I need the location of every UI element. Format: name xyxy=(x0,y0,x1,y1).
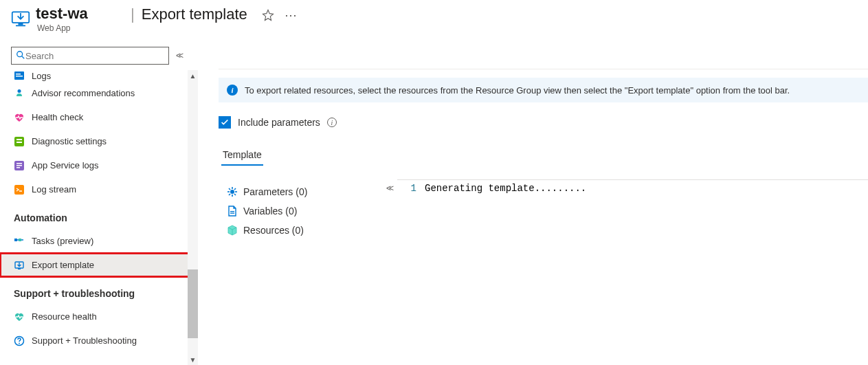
header-titles: test-wa Web App xyxy=(36,4,125,33)
info-banner: i To export related resources, select th… xyxy=(219,78,868,102)
include-parameters-row: Include parameters i xyxy=(219,112,868,133)
svg-line-30 xyxy=(229,194,230,195)
info-banner-text: To export related resources, select the … xyxy=(245,85,790,96)
variables-icon xyxy=(227,206,238,217)
sidebar-item-label: Resource health xyxy=(32,311,97,322)
tree-label: Variables (0) xyxy=(243,206,297,217)
svg-rect-2 xyxy=(16,25,25,27)
sidebar-item-diagnostic-settings[interactable]: Diagnostic settings xyxy=(0,129,198,153)
svg-rect-7 xyxy=(16,76,23,77)
svg-line-28 xyxy=(229,188,230,190)
svg-point-3 xyxy=(17,51,23,56)
svg-line-4 xyxy=(22,56,25,58)
more-ellipsis-icon[interactable]: ⋯ xyxy=(285,8,298,22)
sidebar-item-advisor[interactable]: Advisor recommendations xyxy=(0,81,198,105)
sidebar-nav: Logs Advisor recommendations Health chec… xyxy=(0,70,198,365)
sidebar-item-label: Advisor recommendations xyxy=(32,88,135,98)
parameters-icon xyxy=(227,186,238,197)
scroll-up-icon[interactable]: ▲ xyxy=(188,70,198,81)
svg-rect-32 xyxy=(230,211,234,212)
search-icon xyxy=(16,50,25,62)
code-editor[interactable]: 1 Generating template......... xyxy=(397,179,868,197)
sidebar: << Logs Advisor recommendations Health c… xyxy=(0,44,198,365)
svg-rect-14 xyxy=(16,165,22,166)
header-actions: ⋯ xyxy=(261,8,298,22)
code-line: Generating template......... xyxy=(425,180,586,197)
svg-rect-17 xyxy=(14,239,17,241)
svg-rect-33 xyxy=(230,213,234,214)
svg-rect-15 xyxy=(16,167,20,168)
code-gutter: 1 xyxy=(397,180,425,197)
template-tree: Parameters (0) Variables (0) Resources (… xyxy=(221,179,386,240)
svg-line-29 xyxy=(234,194,236,195)
info-icon: i xyxy=(227,85,238,96)
sidebar-scrollbar[interactable]: ▲ ▼ xyxy=(188,70,198,365)
resource-header: test-wa Web App | Export template ⋯ xyxy=(0,0,868,41)
tabs: Template xyxy=(221,145,868,166)
svg-rect-18 xyxy=(19,239,21,241)
scroll-thumb[interactable] xyxy=(188,269,198,338)
include-parameters-info-icon[interactable]: i xyxy=(327,118,337,127)
log-stream-icon xyxy=(14,184,25,195)
tree-label: Resources (0) xyxy=(243,225,304,236)
sidebar-search[interactable] xyxy=(11,47,169,65)
health-icon xyxy=(14,112,25,123)
svg-rect-1 xyxy=(19,23,23,25)
sidebar-section-automation: Automation xyxy=(0,201,198,229)
webapp-icon xyxy=(11,8,30,27)
include-parameters-label: Include parameters xyxy=(238,117,320,128)
resource-type: Web App xyxy=(36,23,125,33)
sidebar-item-logs[interactable]: Logs xyxy=(0,70,198,81)
tree-variables[interactable]: Variables (0) xyxy=(221,201,386,221)
svg-rect-11 xyxy=(16,142,22,143)
sidebar-item-label: Export template xyxy=(32,260,94,270)
svg-rect-13 xyxy=(16,163,22,164)
resource-name[interactable]: test-wa xyxy=(36,4,125,23)
page-title: Export template xyxy=(142,5,247,23)
sidebar-item-label: App Service logs xyxy=(32,160,99,170)
svg-line-31 xyxy=(234,188,236,190)
main-content: i To export related resources, select th… xyxy=(206,44,868,365)
collapse-menu-icon[interactable]: << xyxy=(176,51,181,60)
sidebar-item-label: Diagnostic settings xyxy=(32,136,107,146)
sidebar-item-export-template[interactable]: Export template xyxy=(0,253,198,277)
tree-resources[interactable]: Resources (0) xyxy=(221,221,386,240)
sidebar-item-label: Health check xyxy=(32,112,83,122)
search-input[interactable] xyxy=(25,51,164,61)
toolbar-divider xyxy=(219,69,868,69)
diag-icon xyxy=(14,136,25,147)
tree-label: Parameters (0) xyxy=(243,186,307,197)
sidebar-item-label: Tasks (preview) xyxy=(32,236,93,246)
sidebar-item-tasks[interactable]: Tasks (preview) xyxy=(0,229,198,253)
sidebar-item-label: Logs xyxy=(32,71,51,81)
svg-point-23 xyxy=(230,190,234,194)
scroll-down-icon[interactable]: ▼ xyxy=(188,354,198,365)
res-health-icon xyxy=(14,311,25,322)
svg-rect-20 xyxy=(18,268,21,269)
support-icon xyxy=(14,335,25,346)
svg-point-22 xyxy=(19,342,20,344)
tab-template[interactable]: Template xyxy=(221,145,263,166)
sidebar-item-app-service-logs[interactable]: App Service logs xyxy=(0,153,198,177)
sidebar-item-log-stream[interactable]: Log stream xyxy=(0,177,198,201)
tasks-icon xyxy=(14,236,25,247)
advisor-icon xyxy=(14,88,25,99)
sidebar-item-support-troubleshooting[interactable]: Support + Troubleshooting xyxy=(0,329,198,353)
resources-icon xyxy=(227,225,238,236)
svg-rect-10 xyxy=(16,139,22,140)
logs-icon xyxy=(14,70,25,81)
sidebar-item-label: Log stream xyxy=(32,184,76,195)
sidebar-item-health-check[interactable]: Health check xyxy=(0,105,198,129)
collapse-tree-icon[interactable]: << xyxy=(386,184,392,193)
favorite-star-icon[interactable] xyxy=(261,8,275,22)
include-parameters-checkbox[interactable] xyxy=(219,116,231,129)
svg-rect-6 xyxy=(16,74,21,75)
svg-point-8 xyxy=(18,89,21,93)
sidebar-section-support: Support + troubleshooting xyxy=(0,277,198,305)
sidebar-item-label: Support + Troubleshooting xyxy=(32,335,137,346)
app-logs-icon xyxy=(14,160,25,171)
export-icon xyxy=(14,260,25,271)
sidebar-item-resource-health[interactable]: Resource health xyxy=(0,305,198,329)
tree-parameters[interactable]: Parameters (0) xyxy=(221,182,386,201)
header-separator: | xyxy=(131,5,135,23)
